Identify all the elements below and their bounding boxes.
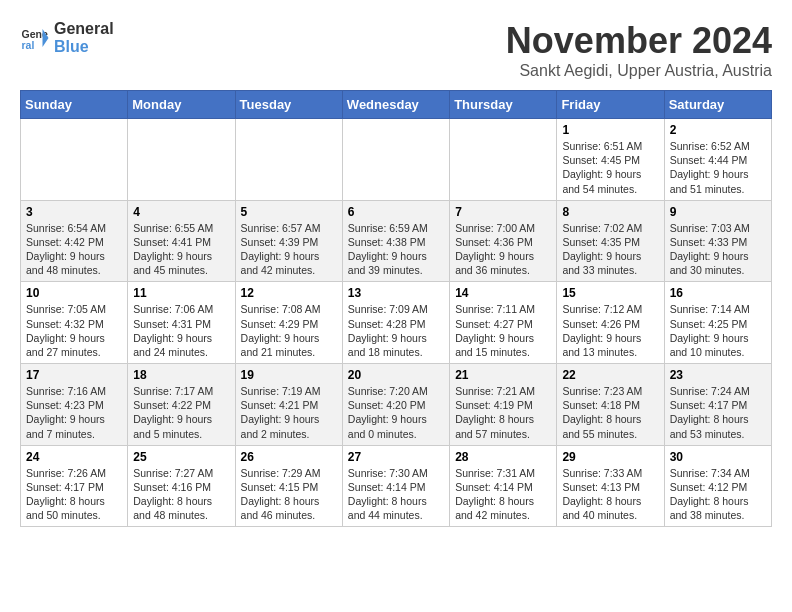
day-info: Sunrise: 7:27 AM Sunset: 4:16 PM Dayligh… xyxy=(133,466,229,523)
calendar-cell: 25Sunrise: 7:27 AM Sunset: 4:16 PM Dayli… xyxy=(128,445,235,527)
title-block: November 2024 Sankt Aegidi, Upper Austri… xyxy=(506,20,772,80)
calendar-cell: 6Sunrise: 6:59 AM Sunset: 4:38 PM Daylig… xyxy=(342,200,449,282)
calendar-cell xyxy=(128,119,235,201)
day-number: 8 xyxy=(562,205,658,219)
weekday-header: Tuesday xyxy=(235,91,342,119)
day-number: 29 xyxy=(562,450,658,464)
calendar-cell: 16Sunrise: 7:14 AM Sunset: 4:25 PM Dayli… xyxy=(664,282,771,364)
calendar-cell: 27Sunrise: 7:30 AM Sunset: 4:14 PM Dayli… xyxy=(342,445,449,527)
weekday-header: Thursday xyxy=(450,91,557,119)
calendar-cell: 10Sunrise: 7:05 AM Sunset: 4:32 PM Dayli… xyxy=(21,282,128,364)
day-info: Sunrise: 7:03 AM Sunset: 4:33 PM Dayligh… xyxy=(670,221,766,278)
day-number: 16 xyxy=(670,286,766,300)
day-info: Sunrise: 7:11 AM Sunset: 4:27 PM Dayligh… xyxy=(455,302,551,359)
day-number: 27 xyxy=(348,450,444,464)
weekday-header: Friday xyxy=(557,91,664,119)
calendar-cell: 21Sunrise: 7:21 AM Sunset: 4:19 PM Dayli… xyxy=(450,364,557,446)
calendar-week-row: 3Sunrise: 6:54 AM Sunset: 4:42 PM Daylig… xyxy=(21,200,772,282)
day-info: Sunrise: 7:05 AM Sunset: 4:32 PM Dayligh… xyxy=(26,302,122,359)
calendar-week-row: 24Sunrise: 7:26 AM Sunset: 4:17 PM Dayli… xyxy=(21,445,772,527)
calendar-cell: 20Sunrise: 7:20 AM Sunset: 4:20 PM Dayli… xyxy=(342,364,449,446)
day-info: Sunrise: 7:08 AM Sunset: 4:29 PM Dayligh… xyxy=(241,302,337,359)
day-info: Sunrise: 7:06 AM Sunset: 4:31 PM Dayligh… xyxy=(133,302,229,359)
calendar-table: SundayMondayTuesdayWednesdayThursdayFrid… xyxy=(20,90,772,527)
day-number: 12 xyxy=(241,286,337,300)
calendar-cell: 14Sunrise: 7:11 AM Sunset: 4:27 PM Dayli… xyxy=(450,282,557,364)
svg-text:ral: ral xyxy=(22,38,35,50)
day-number: 10 xyxy=(26,286,122,300)
weekday-header: Saturday xyxy=(664,91,771,119)
day-number: 14 xyxy=(455,286,551,300)
day-number: 17 xyxy=(26,368,122,382)
day-number: 11 xyxy=(133,286,229,300)
calendar-cell: 2Sunrise: 6:52 AM Sunset: 4:44 PM Daylig… xyxy=(664,119,771,201)
day-number: 5 xyxy=(241,205,337,219)
day-info: Sunrise: 7:17 AM Sunset: 4:22 PM Dayligh… xyxy=(133,384,229,441)
page-header: Gene ral General Blue November 2024 Sank… xyxy=(20,20,772,80)
calendar-cell xyxy=(450,119,557,201)
day-info: Sunrise: 7:26 AM Sunset: 4:17 PM Dayligh… xyxy=(26,466,122,523)
calendar-cell: 13Sunrise: 7:09 AM Sunset: 4:28 PM Dayli… xyxy=(342,282,449,364)
day-info: Sunrise: 7:33 AM Sunset: 4:13 PM Dayligh… xyxy=(562,466,658,523)
day-info: Sunrise: 7:21 AM Sunset: 4:19 PM Dayligh… xyxy=(455,384,551,441)
calendar-cell: 5Sunrise: 6:57 AM Sunset: 4:39 PM Daylig… xyxy=(235,200,342,282)
day-info: Sunrise: 7:00 AM Sunset: 4:36 PM Dayligh… xyxy=(455,221,551,278)
calendar-cell: 29Sunrise: 7:33 AM Sunset: 4:13 PM Dayli… xyxy=(557,445,664,527)
calendar-cell xyxy=(235,119,342,201)
logo-text-general: General xyxy=(54,20,114,37)
calendar-cell: 12Sunrise: 7:08 AM Sunset: 4:29 PM Dayli… xyxy=(235,282,342,364)
calendar-cell: 1Sunrise: 6:51 AM Sunset: 4:45 PM Daylig… xyxy=(557,119,664,201)
calendar-cell: 7Sunrise: 7:00 AM Sunset: 4:36 PM Daylig… xyxy=(450,200,557,282)
calendar-cell: 22Sunrise: 7:23 AM Sunset: 4:18 PM Dayli… xyxy=(557,364,664,446)
calendar-cell: 28Sunrise: 7:31 AM Sunset: 4:14 PM Dayli… xyxy=(450,445,557,527)
day-number: 28 xyxy=(455,450,551,464)
day-info: Sunrise: 7:23 AM Sunset: 4:18 PM Dayligh… xyxy=(562,384,658,441)
day-info: Sunrise: 6:59 AM Sunset: 4:38 PM Dayligh… xyxy=(348,221,444,278)
day-number: 24 xyxy=(26,450,122,464)
day-info: Sunrise: 6:51 AM Sunset: 4:45 PM Dayligh… xyxy=(562,139,658,196)
day-number: 23 xyxy=(670,368,766,382)
month-year-title: November 2024 xyxy=(506,20,772,62)
calendar-cell: 23Sunrise: 7:24 AM Sunset: 4:17 PM Dayli… xyxy=(664,364,771,446)
day-info: Sunrise: 7:09 AM Sunset: 4:28 PM Dayligh… xyxy=(348,302,444,359)
calendar-week-row: 17Sunrise: 7:16 AM Sunset: 4:23 PM Dayli… xyxy=(21,364,772,446)
day-number: 21 xyxy=(455,368,551,382)
calendar-cell: 30Sunrise: 7:34 AM Sunset: 4:12 PM Dayli… xyxy=(664,445,771,527)
calendar-cell: 9Sunrise: 7:03 AM Sunset: 4:33 PM Daylig… xyxy=(664,200,771,282)
day-info: Sunrise: 6:57 AM Sunset: 4:39 PM Dayligh… xyxy=(241,221,337,278)
day-number: 30 xyxy=(670,450,766,464)
calendar-cell xyxy=(21,119,128,201)
day-info: Sunrise: 7:30 AM Sunset: 4:14 PM Dayligh… xyxy=(348,466,444,523)
day-number: 19 xyxy=(241,368,337,382)
day-number: 18 xyxy=(133,368,229,382)
day-info: Sunrise: 7:20 AM Sunset: 4:20 PM Dayligh… xyxy=(348,384,444,441)
calendar-week-row: 10Sunrise: 7:05 AM Sunset: 4:32 PM Dayli… xyxy=(21,282,772,364)
day-number: 22 xyxy=(562,368,658,382)
weekday-header: Wednesday xyxy=(342,91,449,119)
calendar-week-row: 1Sunrise: 6:51 AM Sunset: 4:45 PM Daylig… xyxy=(21,119,772,201)
day-number: 25 xyxy=(133,450,229,464)
calendar-header-row: SundayMondayTuesdayWednesdayThursdayFrid… xyxy=(21,91,772,119)
day-info: Sunrise: 7:31 AM Sunset: 4:14 PM Dayligh… xyxy=(455,466,551,523)
calendar-cell: 19Sunrise: 7:19 AM Sunset: 4:21 PM Dayli… xyxy=(235,364,342,446)
weekday-header: Monday xyxy=(128,91,235,119)
calendar-cell: 15Sunrise: 7:12 AM Sunset: 4:26 PM Dayli… xyxy=(557,282,664,364)
day-number: 6 xyxy=(348,205,444,219)
day-info: Sunrise: 7:34 AM Sunset: 4:12 PM Dayligh… xyxy=(670,466,766,523)
day-number: 3 xyxy=(26,205,122,219)
day-number: 7 xyxy=(455,205,551,219)
day-number: 26 xyxy=(241,450,337,464)
day-info: Sunrise: 7:12 AM Sunset: 4:26 PM Dayligh… xyxy=(562,302,658,359)
day-number: 13 xyxy=(348,286,444,300)
calendar-cell: 8Sunrise: 7:02 AM Sunset: 4:35 PM Daylig… xyxy=(557,200,664,282)
location-subtitle: Sankt Aegidi, Upper Austria, Austria xyxy=(506,62,772,80)
day-info: Sunrise: 6:54 AM Sunset: 4:42 PM Dayligh… xyxy=(26,221,122,278)
day-number: 2 xyxy=(670,123,766,137)
day-info: Sunrise: 7:19 AM Sunset: 4:21 PM Dayligh… xyxy=(241,384,337,441)
day-number: 9 xyxy=(670,205,766,219)
calendar-cell: 4Sunrise: 6:55 AM Sunset: 4:41 PM Daylig… xyxy=(128,200,235,282)
day-info: Sunrise: 6:52 AM Sunset: 4:44 PM Dayligh… xyxy=(670,139,766,196)
calendar-cell: 17Sunrise: 7:16 AM Sunset: 4:23 PM Dayli… xyxy=(21,364,128,446)
day-info: Sunrise: 7:14 AM Sunset: 4:25 PM Dayligh… xyxy=(670,302,766,359)
day-number: 15 xyxy=(562,286,658,300)
